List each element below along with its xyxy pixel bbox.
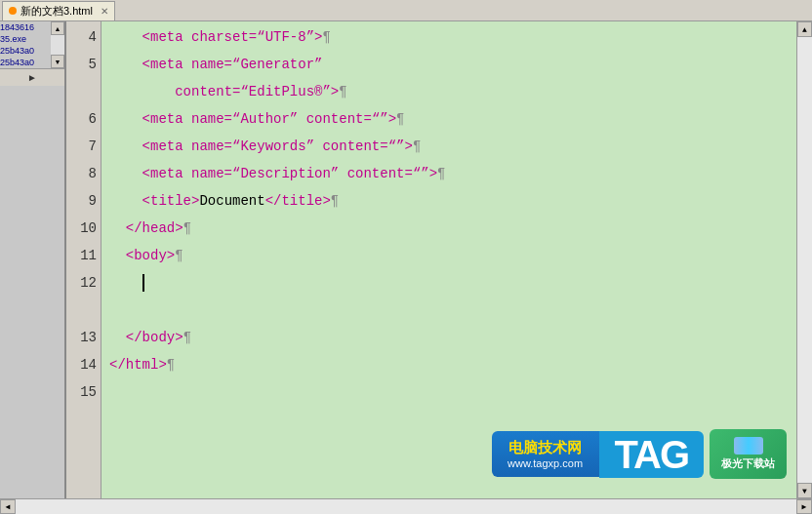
code-line-12b [109,297,796,324]
pilcrow-8: ¶ [437,160,445,187]
code-tag-body-close: </body> [126,324,183,351]
line-num-4: 4 [89,23,97,51]
main-container: 1843616 35.exe 25b43a0 25b43a0 ▲ ▼ ► 4 5… [0,21,812,498]
side-file-item-1[interactable]: 1843616 [0,21,51,33]
code-line-6: <meta name=“Author” content=“”>¶ [109,105,796,133]
code-line-11: <body>¶ [109,242,796,269]
scroll-left-btn[interactable]: ◀ [0,499,16,514]
side-bottom: ► [0,68,64,86]
code-line-10: </head>¶ [109,215,796,242]
code-tag-html-close: </html> [109,351,167,378]
side-file-item-2[interactable]: 35.exe [0,33,51,45]
code-line-13: </body>¶ [109,324,796,351]
code-tag-meta-description: <meta name=“Description” content=“”> [142,160,437,187]
line-num-5: 5 [89,51,97,78]
tab-close-button[interactable]: ✕ [101,6,108,17]
line-num-6: 6 [89,105,97,133]
line-num-9: 9 [89,187,97,215]
side-file-item-4[interactable]: 25b43a0 [0,57,51,68]
side-panel: 1843616 35.exe 25b43a0 25b43a0 ▲ ▼ ► [0,21,66,498]
code-line-5b: content=“EditPlus®”>¶ [109,78,796,105]
text-cursor [142,274,144,292]
side-scroll-track[interactable] [51,35,64,55]
side-vertical-scrollbar[interactable]: ▲ ▼ [51,21,64,68]
code-content-editplus: content=“EditPlus®”> [175,78,339,105]
line-num-13: 13 [80,324,97,351]
scroll-down-btn[interactable]: ▼ [797,483,812,498]
code-tag-meta-keywords: <meta name=“Keywords” content=“”> [142,133,413,160]
code-content[interactable]: <meta charset=“UTF-8”>¶ <meta name=“Gene… [102,21,796,498]
line-numbers: 4 5 6 7 8 9 10 11 12 13 14 15 [66,21,102,498]
pilcrow-6: ¶ [396,105,404,133]
pilcrow-9: ¶ [331,187,339,215]
watermark-left-panel: 电脑技术网 www.tagxp.com [492,431,599,477]
code-line-8: <meta name=“Description” content=“”>¶ [109,160,796,187]
code-tag-title-open: <title> [142,187,200,215]
scroll-track[interactable] [797,37,812,483]
pilcrow-14: ¶ [167,351,175,378]
code-line-12[interactable] [109,269,796,297]
line-num-10: 10 [80,215,97,242]
horizontal-scroll-track[interactable] [16,499,796,514]
line-num-14: 14 [80,351,97,378]
watermark-right-panel: 极光下载站 [710,429,787,479]
code-editor[interactable]: 4 5 6 7 8 9 10 11 12 13 14 15 <meta char… [66,21,812,498]
code-line-15 [109,378,796,406]
line-num-15: 15 [80,378,97,406]
line-num-7: 7 [89,133,97,160]
active-tab[interactable]: 新的文档3.html ✕ [2,1,115,20]
line-num-8: 8 [89,160,97,187]
code-line-4: <meta charset=“UTF-8”>¶ [109,23,796,51]
code-title-text: Document [199,187,264,215]
pilcrow-4: ¶ [322,23,330,51]
scroll-right-btn[interactable]: ▶ [796,499,812,514]
side-file-item-3[interactable]: 25b43a0 [0,45,51,57]
code-line-5a: <meta name=“Generator” [109,51,796,78]
side-scroll-up[interactable]: ▲ [51,21,64,35]
side-scroll-down[interactable]: ▼ [51,55,64,68]
pilcrow-7: ¶ [413,133,421,160]
line-num-11: 11 [80,242,97,269]
watermark-brand-label: 极光下载站 [721,456,775,471]
code-tag-meta-generator: <meta name=“Generator” [142,51,323,78]
code-tag-body-open: <body> [126,242,175,269]
tab-icon [9,7,17,15]
watermark-tag-label: TAG [599,431,704,478]
watermark-overlay: 电脑技术网 www.tagxp.com TAG 极光下载站 [492,429,787,479]
code-tag-title-close: </title> [265,187,331,215]
scroll-up-btn[interactable]: ▲ [797,21,812,37]
right-scrollbar[interactable]: ▲ ▼ [796,21,812,498]
code-line-14: </html>¶ [109,351,796,378]
code-line-9: <title>Document</title>¶ [109,187,796,215]
side-file-list: 1843616 35.exe 25b43a0 25b43a0 [0,21,51,68]
code-line-7: <meta name=“Keywords” content=“”>¶ [109,133,796,160]
pilcrow-13: ¶ [183,324,191,351]
code-tag-head-close: </head> [126,215,183,242]
side-content-row: 1843616 35.exe 25b43a0 25b43a0 ▲ ▼ [0,21,64,68]
watermark-aurora-icon [734,437,763,455]
bottom-scrollbar[interactable]: ◀ ▶ [0,498,812,514]
tab-bar: 新的文档3.html ✕ [0,0,812,21]
code-tag-meta-author: <meta name=“Author” content=“”> [142,105,396,133]
side-arrow-icon: ► [27,72,37,83]
watermark-site-url: www.tagxp.com [508,457,583,469]
pilcrow-5: ¶ [339,78,346,105]
tab-label: 新的文档3.html [20,4,93,19]
pilcrow-10: ¶ [183,215,191,242]
code-tag-meta-charset: <meta charset=“UTF-8”> [142,23,323,51]
line-num-12: 12 [80,269,97,297]
watermark-site-name: 电脑技术网 [508,439,582,457]
pilcrow-11: ¶ [175,242,183,269]
side-expand-btn[interactable]: ► [0,72,64,83]
